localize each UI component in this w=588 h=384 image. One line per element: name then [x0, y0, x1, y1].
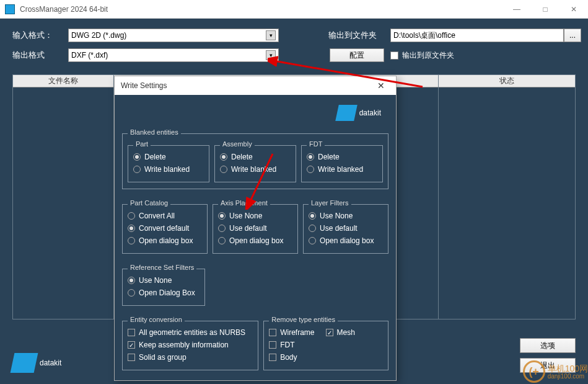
- dropdown-arrow-icon: ▾: [266, 50, 276, 60]
- remove-type-entities-group: Remove type entities Wireframe ✓Mesh FDT…: [263, 321, 388, 370]
- dialog-titlebar[interactable]: Write Settings ✕: [115, 76, 396, 95]
- logo-mark-icon: [335, 105, 358, 121]
- part-catalog-dialog-radio[interactable]: Open dialog box: [128, 234, 202, 247]
- remove-type-legend: Remove type entities: [269, 316, 338, 323]
- mesh-checkbox[interactable]: ✓Mesh: [326, 326, 355, 339]
- radio-icon: [128, 237, 135, 244]
- convert-all-radio[interactable]: Convert All: [128, 210, 202, 222]
- blanked-entities-legend: Blanked entities: [128, 128, 181, 136]
- filename-header[interactable]: 文件名称: [13, 75, 113, 87]
- checkbox-icon: ✓: [128, 341, 135, 349]
- axis-placement-group: Axis Placement Use None Use default Open…: [213, 204, 298, 254]
- layer-use-default-radio[interactable]: Use default: [309, 222, 383, 234]
- convert-default-radio[interactable]: Convert default: [128, 222, 202, 234]
- watermark: (+ 单机100网 danji100.com: [523, 360, 588, 383]
- checkbox-icon: ✓: [326, 329, 333, 336]
- radio-icon: [218, 212, 226, 220]
- part-legend: Part: [133, 140, 151, 148]
- reference-set-filters-group: Reference Set Filters Use None Open Dial…: [122, 269, 205, 306]
- titlebar: CrossManager 2024 64-bit — □ ✕: [0, 0, 588, 19]
- reference-set-legend: Reference Set Filters: [128, 264, 196, 271]
- input-format-select[interactable]: DWG 2D (*.dwg) ▾: [68, 29, 279, 42]
- radio-icon: [128, 277, 135, 284]
- app-body: 输入格式： DWG 2D (*.dwg) ▾ 输出到文件夹 D:\tools\桌…: [0, 19, 588, 384]
- layer-dialog-radio[interactable]: Open dialog box: [309, 234, 383, 247]
- fdt-delete-radio[interactable]: Delete: [307, 151, 377, 163]
- radio-icon: [128, 289, 135, 297]
- radio-icon: [128, 225, 135, 232]
- dialog-close-button[interactable]: ✕: [372, 79, 390, 92]
- axis-use-none-radio[interactable]: Use None: [218, 210, 292, 222]
- radio-icon: [309, 212, 316, 220]
- radio-icon: [220, 153, 227, 161]
- output-format-value: DXF (*.dxf): [71, 51, 108, 60]
- window-controls: — □ ✕: [502, 0, 588, 19]
- output-format-select[interactable]: DXF (*.dxf) ▾: [68, 48, 279, 62]
- dialog-title: Write Settings: [121, 81, 167, 90]
- axis-placement-legend: Axis Placement: [218, 199, 270, 207]
- radio-icon: [133, 153, 141, 161]
- dialog-body: datakit Blanked entities Part Delete Wri…: [115, 95, 396, 380]
- dialog-brand: datakit: [122, 101, 388, 127]
- blanked-entities-group: Blanked entities Part Delete Write blank…: [122, 133, 388, 189]
- checkbox-icon: [269, 341, 276, 349]
- part-write-blanked-radio[interactable]: Write blanked: [133, 163, 204, 176]
- radio-icon: [220, 166, 227, 173]
- checkbox-icon: [390, 51, 398, 60]
- assembly-group: Assembly Delete Write blanked: [214, 145, 296, 182]
- axis-dialog-radio[interactable]: Open dialog box: [218, 234, 292, 247]
- output-to-original-label: 输出到原文件夹: [402, 50, 454, 61]
- layer-use-none-radio[interactable]: Use None: [309, 210, 383, 222]
- layer-filters-legend: Layer Filters: [309, 199, 351, 207]
- part-catalog-group: Part Catalog Convert All Convert default…: [122, 204, 208, 254]
- part-group: Part Delete Write blanked: [128, 145, 209, 182]
- checkbox-icon: [128, 354, 135, 361]
- output-folder-input[interactable]: D:\tools\桌面\office: [390, 29, 564, 42]
- maximize-button[interactable]: □: [531, 0, 559, 19]
- wireframe-checkbox[interactable]: Wireframe: [269, 326, 314, 339]
- ref-use-none-radio[interactable]: Use None: [128, 274, 200, 287]
- radio-icon: [218, 237, 226, 244]
- ref-dialog-radio[interactable]: Open Dialog Box: [128, 287, 200, 299]
- status-header[interactable]: 状态: [439, 75, 575, 87]
- output-to-original-checkbox[interactable]: 输出到原文件夹: [390, 50, 564, 61]
- keep-assembly-checkbox[interactable]: ✓Keep assembly information: [128, 339, 253, 351]
- assembly-write-blanked-radio[interactable]: Write blanked: [220, 163, 291, 176]
- checkbox-icon: [269, 354, 276, 361]
- brand-text: datakit: [40, 359, 61, 367]
- close-button[interactable]: ✕: [559, 0, 588, 19]
- app-icon: [5, 4, 15, 14]
- output-folder-value: D:\tools\桌面\office: [393, 30, 455, 41]
- part-catalog-legend: Part Catalog: [128, 199, 170, 207]
- all-geo-nurbs-checkbox[interactable]: All geometric entities as NURBS: [128, 326, 253, 339]
- watermark-line2: danji100.com: [548, 373, 588, 380]
- config-button[interactable]: 配置: [330, 48, 384, 62]
- output-folder-label: 输出到文件夹: [328, 30, 390, 41]
- solid-as-group-checkbox[interactable]: Solid as group: [128, 351, 253, 364]
- browse-button[interactable]: ...: [564, 29, 581, 42]
- top-form: 输入格式： DWG 2D (*.dwg) ▾ 输出到文件夹 D:\tools\桌…: [0, 19, 588, 68]
- radio-icon: [309, 225, 316, 232]
- assembly-delete-radio[interactable]: Delete: [220, 151, 291, 163]
- radio-icon: [307, 166, 314, 173]
- brand-logo: datakit: [12, 353, 61, 373]
- part-delete-radio[interactable]: Delete: [133, 151, 204, 163]
- minimize-button[interactable]: —: [502, 0, 531, 19]
- radio-icon: [307, 153, 314, 161]
- fdt-checkbox[interactable]: FDT: [269, 339, 383, 351]
- checkbox-icon: [128, 329, 135, 336]
- entity-conversion-legend: Entity conversion: [128, 316, 185, 323]
- body-checkbox[interactable]: Body: [269, 351, 383, 364]
- watermark-line1: 单机100网: [548, 364, 588, 373]
- input-format-value: DWG 2D (*.dwg): [71, 31, 126, 40]
- axis-use-default-radio[interactable]: Use default: [218, 222, 292, 234]
- radio-icon: [309, 237, 316, 244]
- fdt-legend: FDT: [307, 140, 325, 148]
- radio-icon: [128, 212, 135, 220]
- layer-filters-group: Layer Filters Use None Use default Open …: [303, 204, 388, 254]
- options-button[interactable]: 选项: [520, 338, 576, 353]
- fdt-write-blanked-radio[interactable]: Write blanked: [307, 163, 377, 176]
- output-format-label: 输出格式: [12, 50, 68, 61]
- watermark-icon: (+: [523, 360, 545, 383]
- radio-icon: [133, 166, 141, 173]
